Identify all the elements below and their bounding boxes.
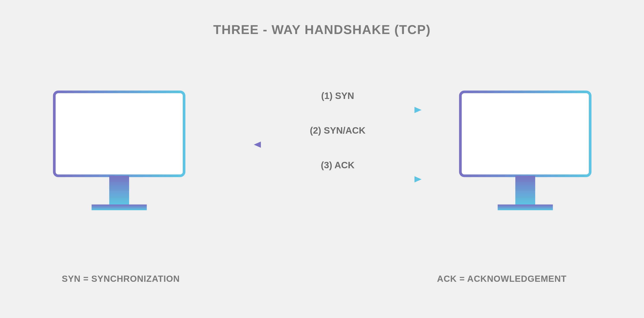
diagram-title: THREE - WAY HANDSHAKE (TCP) <box>213 22 430 37</box>
handshake-steps: (1) SYN (2) SYN/ACK (3 <box>254 91 422 195</box>
svg-marker-11 <box>414 176 422 182</box>
step-label: (3) ACK <box>254 160 422 170</box>
svg-rect-0 <box>54 92 184 176</box>
arrow-right-icon <box>254 106 422 114</box>
monitor-icon <box>53 91 186 214</box>
svg-rect-5 <box>498 204 553 210</box>
legend-ack: ACK = ACKNOWLEDGEMENT <box>437 274 566 284</box>
svg-rect-2 <box>92 204 147 210</box>
svg-rect-4 <box>515 176 535 204</box>
svg-rect-3 <box>460 92 590 176</box>
svg-marker-7 <box>414 107 422 113</box>
server-monitor <box>459 91 592 215</box>
arrow-right-icon <box>254 175 422 184</box>
arrow-left-icon <box>254 140 422 149</box>
step-ack: (3) ACK <box>254 160 422 185</box>
client-monitor <box>53 91 186 215</box>
step-syn: (1) SYN <box>254 91 422 115</box>
legend-syn: SYN = SYNCHRONIZATION <box>62 274 180 284</box>
step-label: (2) SYN/ACK <box>254 125 422 136</box>
step-label: (1) SYN <box>254 91 422 101</box>
monitor-icon <box>459 91 592 214</box>
step-synack: (2) SYN/ACK <box>254 125 422 150</box>
svg-marker-9 <box>254 142 261 148</box>
svg-rect-1 <box>109 176 129 204</box>
